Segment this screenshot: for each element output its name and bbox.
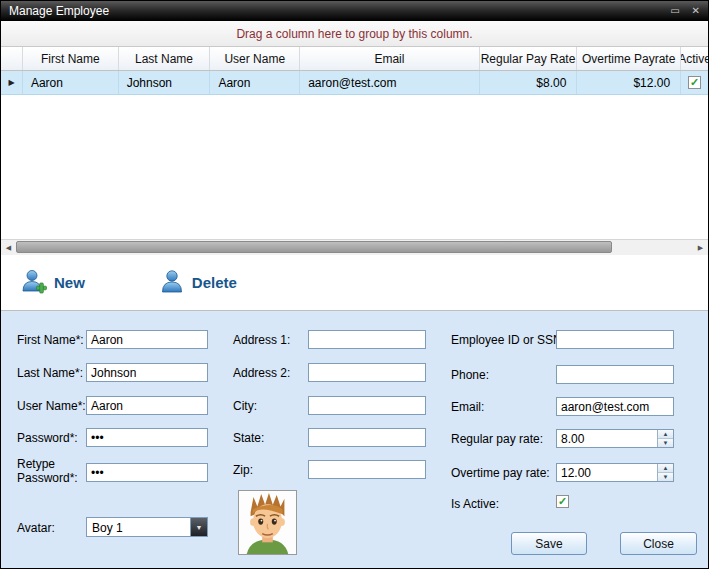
address2-label: Address 2:	[233, 366, 290, 380]
employee-form: First Name*: Last Name*: User Name*: Pas…	[1, 311, 708, 568]
address1-label: Address 1:	[233, 333, 290, 347]
delete-button[interactable]: Delete	[159, 268, 237, 298]
delete-employee-icon	[159, 268, 185, 298]
retype-password-label: Retype Password*:	[17, 457, 79, 485]
employee-id-label: Employee ID or SSN:	[451, 333, 565, 347]
cell-active: ✓	[681, 71, 708, 94]
delete-button-label: Delete	[192, 274, 237, 291]
user-name-label: User Name*:	[17, 399, 86, 413]
grid-empty-area	[1, 95, 708, 239]
new-employee-icon	[21, 268, 47, 298]
save-button[interactable]: Save	[511, 532, 587, 555]
city-field[interactable]	[308, 396, 426, 415]
cell-last-name: Johnson	[119, 71, 211, 94]
avatar-dropdown-value: Boy 1	[87, 518, 190, 536]
scrollbar-track[interactable]	[16, 240, 693, 255]
column-header-active[interactable]: Active	[681, 47, 708, 70]
spin-down-icon[interactable]: ▼	[658, 439, 673, 447]
first-name-field[interactable]	[86, 330, 208, 349]
new-button[interactable]: New	[21, 268, 85, 298]
row-indicator-icon: ▶	[8, 78, 14, 87]
title-bar: Manage Employee ▭ ✕	[1, 1, 708, 21]
cell-first-name: Aaron	[23, 71, 119, 94]
column-header-email[interactable]: Email	[300, 47, 479, 70]
spin-down-icon[interactable]: ▼	[658, 473, 673, 481]
email-label: Email:	[451, 400, 484, 414]
toolbar: New Delete	[1, 255, 708, 311]
is-active-label: Is Active:	[451, 497, 499, 511]
regular-pay-rate-label: Regular pay rate:	[451, 432, 543, 446]
regular-pay-rate-field[interactable]	[557, 430, 657, 447]
spin-up-icon[interactable]: ▲	[658, 464, 673, 473]
state-field[interactable]	[308, 428, 426, 447]
cell-overtime-payrate: $12.00	[577, 71, 681, 94]
overtime-pay-rate-label: Overtime pay rate:	[451, 466, 550, 480]
retype-password-field[interactable]	[86, 463, 208, 482]
row-indicator-header	[1, 47, 23, 70]
zip-field[interactable]	[308, 460, 426, 479]
zip-label: Zip:	[233, 463, 253, 477]
employee-id-field[interactable]	[556, 330, 674, 349]
scroll-left-icon[interactable]: ◀	[1, 240, 16, 255]
cell-regular-pay-rate: $8.00	[480, 71, 578, 94]
last-name-field[interactable]	[86, 363, 208, 382]
avatar-image	[238, 490, 297, 555]
overtime-pay-rate-stepper[interactable]: ▲ ▼	[556, 463, 674, 482]
overtime-pay-rate-field[interactable]	[557, 464, 657, 481]
close-button[interactable]: Close	[620, 532, 697, 555]
column-header-user-name[interactable]: User Name	[210, 47, 300, 70]
scrollbar-thumb[interactable]	[16, 241, 612, 253]
address2-field[interactable]	[308, 363, 426, 382]
last-name-label: Last Name*:	[17, 366, 83, 380]
user-name-field[interactable]	[86, 396, 208, 415]
column-header-overtime-payrate[interactable]: Overtime Payrate	[577, 47, 681, 70]
first-name-label: First Name*:	[17, 333, 84, 347]
column-header-first-name[interactable]: First Name	[23, 47, 119, 70]
avatar-label: Avatar:	[17, 521, 55, 535]
grid-header-row: First Name Last Name User Name Email Reg…	[1, 47, 708, 71]
table-row[interactable]: ▶ Aaron Johnson Aaron aaron@test.com $8.…	[1, 71, 708, 95]
column-header-regular-pay-rate[interactable]: Regular Pay Rate	[480, 47, 578, 70]
column-header-last-name[interactable]: Last Name	[119, 47, 211, 70]
password-field[interactable]	[86, 428, 208, 447]
window-title: Manage Employee	[9, 4, 658, 18]
password-label: Password*:	[17, 431, 78, 445]
phone-label: Phone:	[451, 368, 489, 382]
cell-user-name: Aaron	[210, 71, 300, 94]
scroll-right-icon[interactable]: ▶	[693, 240, 708, 255]
group-by-panel[interactable]: Drag a column here to group by this colu…	[1, 21, 708, 47]
regular-pay-rate-stepper[interactable]: ▲ ▼	[556, 429, 674, 448]
new-button-label: New	[54, 274, 85, 291]
cell-email: aaron@test.com	[300, 71, 479, 94]
city-label: City:	[233, 399, 257, 413]
spin-up-icon[interactable]: ▲	[658, 430, 673, 439]
row-indicator-cell: ▶	[1, 71, 23, 94]
manage-employee-window: Manage Employee ▭ ✕ Drag a column here t…	[0, 0, 709, 569]
horizontal-scrollbar[interactable]: ◀ ▶	[1, 239, 708, 255]
phone-field[interactable]	[556, 365, 674, 384]
group-by-hint: Drag a column here to group by this colu…	[236, 27, 472, 41]
state-label: State:	[233, 431, 264, 445]
chevron-down-icon[interactable]: ▼	[190, 518, 207, 536]
close-icon[interactable]: ✕	[692, 6, 700, 16]
row-active-checkbox[interactable]: ✓	[688, 76, 701, 89]
is-active-checkbox[interactable]: ✓	[556, 495, 569, 508]
avatar-dropdown[interactable]: Boy 1 ▼	[86, 517, 208, 537]
address1-field[interactable]	[308, 330, 426, 349]
maximize-icon[interactable]: ▭	[670, 6, 679, 16]
email-field[interactable]	[556, 397, 674, 416]
